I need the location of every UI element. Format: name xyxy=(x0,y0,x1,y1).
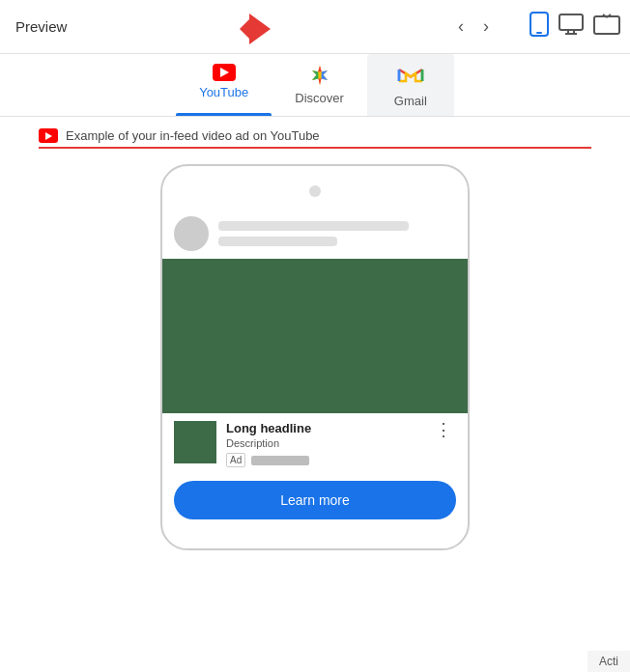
tab-youtube-label: YouTube xyxy=(199,85,248,99)
header: Preview ‹ › xyxy=(0,0,630,54)
fake-text-line-1 xyxy=(218,221,409,231)
mobile-device-icon[interactable] xyxy=(530,12,549,42)
ad-thumbnail xyxy=(174,421,216,463)
info-underline xyxy=(39,147,591,149)
ad-more-button[interactable]: ⋮ xyxy=(431,421,456,438)
tab-gmail[interactable]: Gmail xyxy=(367,54,454,116)
youtube-tab-icon xyxy=(213,64,236,81)
phone-mockup: Long headline Description Ad ⋮ Learn mor… xyxy=(160,164,470,550)
learn-more-button[interactable]: Learn more xyxy=(174,481,456,519)
tabs-bar: YouTube Discover xyxy=(0,54,630,117)
ad-text-content: Long headline Description Ad xyxy=(226,421,421,467)
ad-badge-row: Ad xyxy=(226,453,421,467)
tab-discover-label: Discover xyxy=(295,91,344,105)
svg-rect-2 xyxy=(559,14,583,30)
bottom-bar-text: Acti xyxy=(599,655,618,668)
info-youtube-icon xyxy=(39,128,58,143)
fake-text-line-2 xyxy=(218,237,337,246)
info-bar-text: Example of your in-feed video ad on YouT… xyxy=(66,128,320,143)
tab-discover[interactable]: Discover xyxy=(272,54,367,116)
fake-profile-text xyxy=(218,221,456,246)
discover-tab-icon xyxy=(308,64,331,87)
video-thumbnail xyxy=(162,259,468,413)
ad-info-row: Long headline Description Ad ⋮ xyxy=(162,413,468,475)
ad-badge: Ad xyxy=(226,453,245,467)
tab-gmail-label: Gmail xyxy=(394,94,427,108)
phone-camera xyxy=(309,185,321,197)
phone-screen: Long headline Description Ad ⋮ Learn mor… xyxy=(162,209,468,519)
fake-avatar xyxy=(174,216,209,251)
phone-preview-container: Long headline Description Ad ⋮ Learn mor… xyxy=(0,164,630,550)
ad-badge-bar xyxy=(251,456,309,465)
info-bar: Example of your in-feed video ad on YouT… xyxy=(19,128,611,143)
tab-youtube[interactable]: YouTube xyxy=(176,54,272,116)
nav-back-button[interactable]: ‹ xyxy=(452,13,470,41)
preview-title: Preview xyxy=(15,18,67,35)
svg-rect-1 xyxy=(536,32,542,34)
device-icons xyxy=(530,12,620,42)
monitor-device-icon[interactable] xyxy=(558,14,584,40)
svg-rect-6 xyxy=(594,16,619,34)
bottom-bar: Acti xyxy=(587,651,630,672)
fake-profile-row xyxy=(162,209,468,259)
ad-description: Description xyxy=(226,437,421,449)
gmail-tab-icon xyxy=(397,64,424,90)
ad-title: Long headline xyxy=(226,421,421,435)
nav-arrows: ‹ › xyxy=(452,13,495,41)
nav-forward-button[interactable]: › xyxy=(477,13,495,41)
tv-device-icon[interactable] xyxy=(593,14,620,40)
